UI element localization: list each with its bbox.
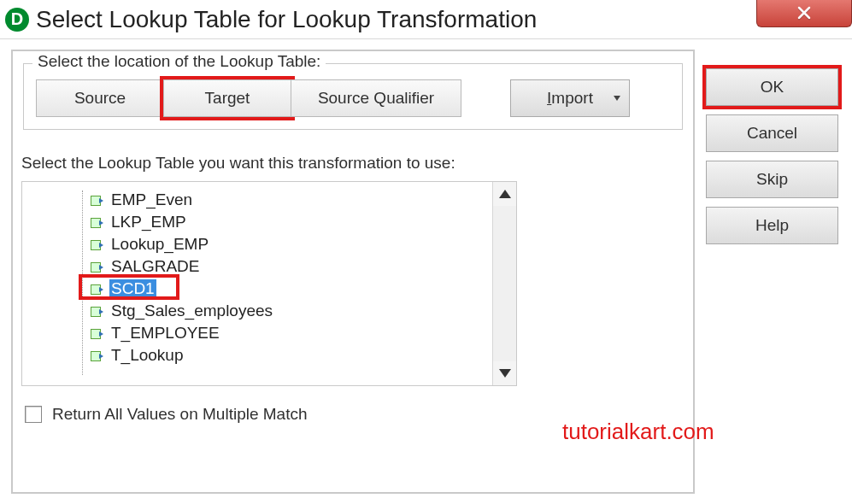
- chevron-down-icon: [614, 96, 620, 101]
- table-icon: [91, 239, 104, 249]
- table-icon: [91, 217, 104, 227]
- table-icon: [91, 261, 104, 272]
- list-item-label: SCD1: [109, 279, 156, 298]
- list-item[interactable]: T_Lookup: [91, 344, 516, 366]
- ok-button-label: OK: [761, 78, 784, 97]
- dialog-button-column: OK Cancel Skip Help: [706, 68, 838, 253]
- caret-up-icon: [499, 190, 511, 198]
- scroll-down-button[interactable]: [493, 361, 517, 385]
- list-item[interactable]: EMP_Even: [91, 189, 516, 211]
- close-icon: [796, 5, 812, 21]
- table-icon: [91, 328, 104, 338]
- list-item[interactable]: T_EMPLOYEE: [91, 322, 516, 344]
- return-all-label: Return All Values on Multiple Match: [52, 405, 308, 424]
- close-button[interactable]: [756, 0, 852, 27]
- list-item-label: T_Lookup: [109, 346, 185, 365]
- cancel-button[interactable]: Cancel: [706, 114, 838, 152]
- help-button[interactable]: Help: [706, 207, 838, 244]
- source-qualifier-button-label: Source Qualifier: [318, 89, 434, 108]
- list-item-label: SALGRADE: [109, 257, 201, 276]
- location-button-row: Source Target Source Qualifier Import: [36, 79, 670, 117]
- location-groupbox: Select the location of the Lookup Table:…: [23, 63, 683, 130]
- table-icon: [91, 195, 104, 205]
- source-button[interactable]: Source: [36, 79, 164, 117]
- dialog-title: Select Lookup Table for Lookup Transform…: [36, 6, 537, 33]
- skip-button-label: Skip: [756, 170, 788, 189]
- ok-button[interactable]: OK: [706, 68, 838, 106]
- app-icon: D: [5, 8, 29, 32]
- tree-guide-line: [82, 190, 83, 375]
- skip-button[interactable]: Skip: [706, 161, 838, 198]
- source-qualifier-button[interactable]: Source Qualifier: [291, 79, 461, 117]
- list-item[interactable]: Lookup_EMP: [91, 233, 516, 255]
- cancel-button-label: Cancel: [747, 124, 797, 143]
- list-item-label: Lookup_EMP: [109, 235, 210, 254]
- return-all-checkbox[interactable]: [25, 406, 42, 423]
- location-legend: Select the location of the Lookup Table:: [32, 52, 326, 71]
- list-item-label: LKP_EMP: [109, 213, 188, 231]
- lookup-table-listbox[interactable]: EMP_EvenLKP_EMPLookup_EMPSALGRADESCD1Stg…: [21, 181, 517, 386]
- title-bar: D Select Lookup Table for Lookup Transfo…: [0, 0, 852, 39]
- table-icon: [91, 306, 104, 316]
- import-button-label: Import: [547, 89, 593, 108]
- list-item[interactable]: Stg_Sales_employees: [91, 300, 516, 322]
- list-item[interactable]: SALGRADE: [91, 255, 516, 278]
- table-icon: [91, 350, 104, 360]
- list-item[interactable]: LKP_EMP: [91, 211, 516, 233]
- scroll-up-button[interactable]: [493, 182, 517, 206]
- scrollbar[interactable]: [492, 182, 516, 385]
- list-item[interactable]: SCD1: [91, 278, 516, 300]
- target-button[interactable]: Target: [163, 79, 291, 117]
- target-button-label: Target: [205, 89, 250, 108]
- table-icon: [91, 284, 104, 294]
- watermark-text: tutorialkart.com: [562, 419, 714, 445]
- list-item-label: Stg_Sales_employees: [109, 302, 274, 320]
- help-button-label: Help: [755, 216, 789, 235]
- list-label: Select the Lookup Table you want this tr…: [21, 154, 685, 173]
- list-item-label: EMP_Even: [109, 190, 194, 209]
- caret-down-icon: [499, 369, 511, 378]
- list-item-label: T_EMPLOYEE: [109, 324, 221, 343]
- import-button[interactable]: Import: [510, 79, 630, 117]
- source-button-label: Source: [74, 89, 126, 108]
